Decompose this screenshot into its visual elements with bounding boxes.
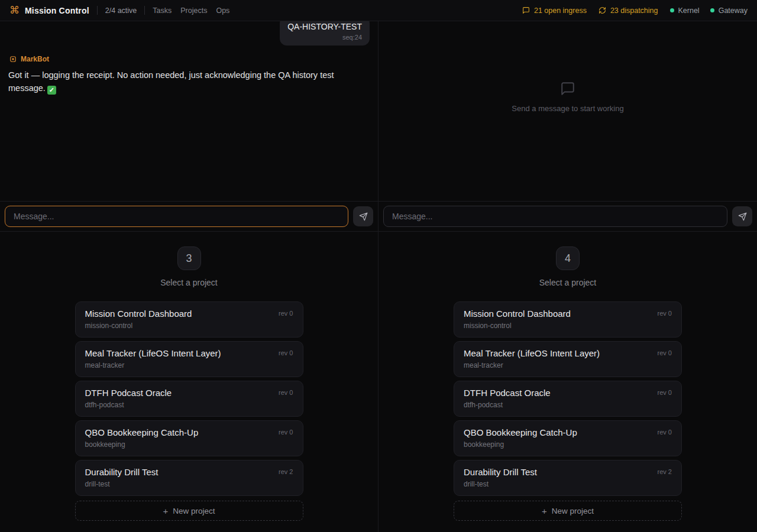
user-message-text: QA-HISTORY-TEST (287, 22, 362, 31)
empty-chat-text: Send a message to start working (512, 104, 623, 113)
project-title: DTFH Podcast Oracle (85, 388, 293, 398)
agent-name: MarkBot (21, 55, 49, 63)
nav-item[interactable]: Tasks (153, 7, 172, 15)
project-card[interactable]: Mission Control Dashboard mission-contro… (75, 301, 303, 338)
project-title: Mission Control Dashboard (464, 309, 672, 319)
app-title: Mission Control (25, 6, 89, 15)
project-rev: rev 0 (658, 349, 672, 356)
project-card[interactable]: Meal Tracker (LifeOS Intent Layer) meal-… (454, 341, 682, 377)
status-dot-icon (670, 8, 674, 12)
bot-icon (9, 56, 17, 63)
open-ingress-label: 21 open ingress (534, 7, 587, 15)
project-card[interactable]: Mission Control Dashboard mission-contro… (454, 301, 682, 338)
project-picker-right: 4 Select a project Mission Control Dashb… (378, 232, 757, 532)
project-card[interactable]: QBO Bookkeeping Catch-Up bookkeeping rev… (75, 420, 303, 456)
project-card[interactable]: Meal Tracker (LifeOS Intent Layer) meal-… (75, 341, 303, 377)
composer-right (378, 201, 757, 232)
open-ingress-status[interactable]: 21 open ingress (522, 7, 587, 15)
service-status: Kernel (670, 7, 700, 15)
chat-pane-right: Send a message to start working (378, 21, 757, 201)
service-label: Gateway (719, 7, 748, 15)
select-project-prompt: Select a project (160, 278, 218, 287)
project-card[interactable]: Durability Drill Test drill-test rev 2 (75, 460, 303, 496)
message-input-right[interactable] (383, 206, 727, 227)
composer-left (0, 201, 378, 232)
project-rev: rev 0 (279, 389, 293, 396)
service-indicators: Kernel Gateway (670, 7, 748, 15)
status-dot-icon (710, 8, 714, 12)
project-rev: rev 2 (279, 468, 293, 475)
message-square-icon (522, 7, 530, 14)
project-slug: drill-test (85, 480, 293, 488)
dispatching-status[interactable]: 23 dispatching (599, 7, 658, 15)
select-project-prompt: Select a project (539, 278, 597, 287)
send-button-left[interactable] (353, 206, 373, 226)
plus-icon: + (542, 507, 547, 515)
project-title: Durability Drill Test (85, 467, 293, 477)
top-bar: ⌘ Mission Control 2/4 active TasksProjec… (0, 0, 757, 21)
refresh-icon (599, 7, 606, 14)
project-title: Meal Tracker (LifeOS Intent Layer) (85, 348, 293, 358)
chat-pane-left: QA-HISTORY-TEST seq:24 MarkBot Got it — … (0, 21, 378, 201)
project-slug: bookkeeping (464, 440, 672, 449)
project-slug: mission-control (464, 322, 672, 330)
project-title: QBO Bookkeeping Catch-Up (85, 427, 293, 437)
project-slug: drill-test (464, 480, 672, 488)
project-rev: rev 0 (658, 310, 672, 317)
service-status: Gateway (710, 7, 748, 15)
nav-item[interactable]: Projects (180, 7, 207, 15)
send-icon (738, 212, 747, 221)
agent-message-text: Got it — logging the receipt. No action … (8, 69, 351, 95)
project-title: QBO Bookkeeping Catch-Up (464, 427, 672, 437)
new-project-button[interactable]: + New project (75, 501, 303, 521)
agent-message: MarkBot Got it — logging the receipt. No… (8, 55, 370, 95)
project-slug: meal-tracker (85, 361, 293, 369)
main-nav: TasksProjectsOps (153, 7, 229, 15)
project-rev: rev 0 (279, 429, 293, 436)
project-list: Mission Control Dashboard mission-contro… (454, 301, 682, 496)
active-count: 2/4 active (105, 7, 137, 15)
project-rev: rev 0 (658, 429, 672, 436)
plus-icon: + (163, 507, 168, 515)
project-card[interactable]: DTFH Podcast Oracle dtfh-podcast rev 0 (454, 381, 682, 417)
send-button-right[interactable] (732, 206, 752, 226)
new-project-label: New project (552, 507, 594, 515)
service-label: Kernel (678, 7, 700, 15)
project-rev: rev 0 (279, 349, 293, 356)
project-card[interactable]: DTFH Podcast Oracle dtfh-podcast rev 0 (75, 381, 303, 417)
command-logo-icon: ⌘ (9, 5, 20, 15)
session-number-badge: 3 (177, 246, 201, 270)
project-rev: rev 0 (658, 389, 672, 396)
send-icon (359, 212, 368, 221)
message-square-icon (560, 81, 575, 96)
main-grid: QA-HISTORY-TEST seq:24 MarkBot Got it — … (0, 21, 757, 532)
project-rev: rev 2 (658, 468, 672, 475)
agent-message-body: Got it — logging the receipt. No action … (8, 70, 334, 93)
project-rev: rev 0 (279, 310, 293, 317)
divider (144, 6, 145, 15)
nav-item[interactable]: Ops (216, 7, 229, 15)
new-project-button[interactable]: + New project (454, 501, 682, 521)
new-project-label: New project (173, 507, 215, 515)
project-card[interactable]: QBO Bookkeeping Catch-Up bookkeeping rev… (454, 420, 682, 456)
project-card[interactable]: Durability Drill Test drill-test rev 2 (454, 460, 682, 496)
project-slug: dtfh-podcast (464, 401, 672, 409)
project-title: Mission Control Dashboard (85, 309, 293, 319)
empty-chat-state: Send a message to start working (387, 21, 749, 187)
check-emoji: ✓ (47, 86, 56, 95)
project-list: Mission Control Dashboard mission-contro… (75, 301, 303, 496)
project-title: Meal Tracker (LifeOS Intent Layer) (464, 348, 672, 358)
session-number-badge: 4 (556, 246, 580, 270)
project-slug: dtfh-podcast (85, 401, 293, 409)
project-picker-left: 3 Select a project Mission Control Dashb… (0, 232, 378, 532)
user-message-bubble: QA-HISTORY-TEST seq:24 (280, 21, 370, 46)
project-title: DTFH Podcast Oracle (464, 388, 672, 398)
message-seq-meta: seq:24 (287, 34, 362, 41)
project-slug: mission-control (85, 322, 293, 330)
project-slug: bookkeeping (85, 440, 293, 449)
project-slug: meal-tracker (464, 361, 672, 369)
message-input-left[interactable] (5, 206, 348, 227)
divider (97, 6, 98, 15)
dispatching-label: 23 dispatching (610, 7, 658, 15)
project-title: Durability Drill Test (464, 467, 672, 477)
